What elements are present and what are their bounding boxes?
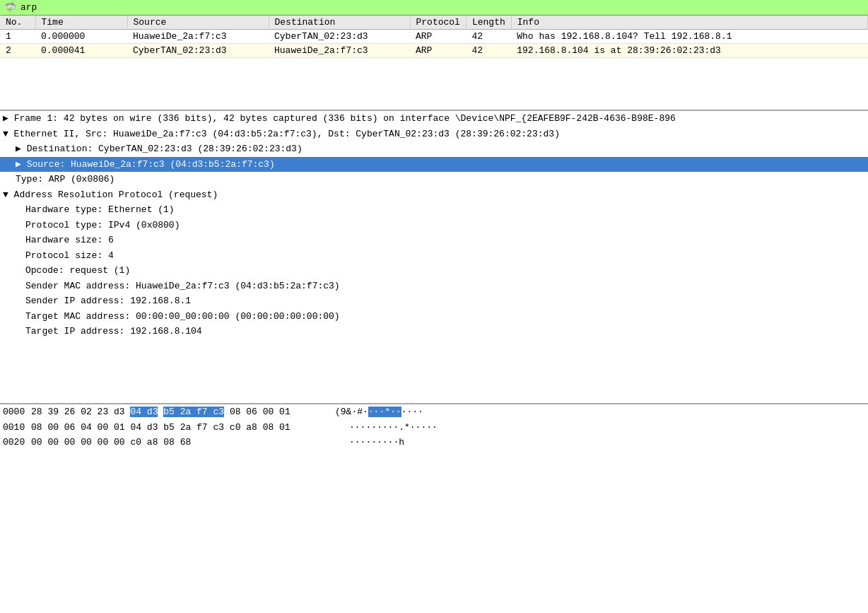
detail-line[interactable]: Target MAC address: 00:00:00_00:00:00 (0… bbox=[0, 309, 868, 325]
bytes-offset-2: 0020 bbox=[3, 436, 31, 450]
title-bar: 🦈 arp bbox=[0, 0, 868, 16]
packet-list-pane: No. Time Source Destination Protocol Len… bbox=[0, 16, 868, 111]
detail-line[interactable]: Target IP address: 192.168.8.104 bbox=[0, 324, 868, 339]
bytes-hex-0: 28 39 26 02 23 d3 04 d3 b5 2a f7 c3 08 0… bbox=[31, 405, 335, 419]
title-text: arp bbox=[20, 2, 37, 13]
packet-detail-pane: ▶ Frame 1: 42 bytes on wire (336 bits), … bbox=[0, 111, 868, 404]
cell-time: 0.000000 bbox=[35, 30, 127, 44]
cell-length: 42 bbox=[466, 44, 511, 58]
col-time: Time bbox=[35, 16, 127, 30]
bytes-offset-1: 0010 bbox=[3, 421, 31, 435]
detail-line[interactable]: Hardware type: Ethernet (1) bbox=[0, 202, 868, 218]
cell-info: Who has 192.168.8.104? Tell 192.168.8.1 bbox=[511, 30, 867, 44]
col-source: Source bbox=[127, 16, 269, 30]
bytes-row-0: 0000 28 39 26 02 23 d3 04 d3 b5 2a f7 c3… bbox=[0, 404, 868, 420]
cell-protocol: ARP bbox=[410, 44, 466, 58]
bytes-ascii-2: ·········h bbox=[335, 436, 865, 450]
col-destination: Destination bbox=[269, 16, 410, 30]
bytes-ascii-1: ·········.*····· bbox=[335, 421, 865, 435]
bytes-row-2: 0020 00 00 00 00 00 00 c0 a8 08 68 ·····… bbox=[0, 435, 868, 450]
detail-line[interactable]: Protocol type: IPv4 (0x0800) bbox=[0, 218, 868, 233]
table-header-row: No. Time Source Destination Protocol Len… bbox=[0, 16, 868, 30]
detail-line[interactable]: Hardware size: 6 bbox=[0, 233, 868, 248]
bytes-ascii-0: (9&·#····*······ bbox=[335, 405, 865, 419]
detail-line[interactable]: Sender MAC address: HuaweiDe_2a:f7:c3 (0… bbox=[0, 279, 868, 294]
detail-line[interactable]: ▶ Frame 1: 42 bytes on wire (336 bits), … bbox=[0, 111, 868, 127]
cell-time: 0.000041 bbox=[35, 44, 127, 58]
detail-line[interactable]: ▶ Source: HuaweiDe_2a:f7:c3 (04:d3:b5:2a… bbox=[0, 157, 868, 173]
table-row[interactable]: 1 0.000000 HuaweiDe_2a:f7:c3 CyberTAN_02… bbox=[0, 30, 868, 44]
col-no: No. bbox=[0, 16, 35, 30]
detail-line[interactable]: ▶ Destination: CyberTAN_02:23:d3 (28:39:… bbox=[0, 141, 868, 157]
detail-line[interactable]: Sender IP address: 192.168.8.1 bbox=[0, 293, 868, 309]
cell-source: CyberTAN_02:23:d3 bbox=[127, 44, 269, 58]
bytes-hex-2: 00 00 00 00 00 00 c0 a8 08 68 bbox=[31, 436, 335, 450]
bytes-hex-1: 08 00 06 04 00 01 04 d3 b5 2a f7 c3 c0 a… bbox=[31, 421, 335, 435]
col-length: Length bbox=[466, 16, 511, 30]
bytes-row-1: 0010 08 00 06 04 00 01 04 d3 b5 2a f7 c3… bbox=[0, 420, 868, 436]
detail-line[interactable]: Type: ARP (0x0806) bbox=[0, 172, 868, 187]
table-row[interactable]: 2 0.000041 CyberTAN_02:23:d3 HuaweiDe_2a… bbox=[0, 44, 868, 58]
packet-bytes-pane: 0000 28 39 26 02 23 d3 04 d3 b5 2a f7 c3… bbox=[0, 404, 868, 613]
cell-source: HuaweiDe_2a:f7:c3 bbox=[127, 30, 269, 44]
bytes-offset-0: 0000 bbox=[3, 405, 31, 419]
col-protocol: Protocol bbox=[410, 16, 466, 30]
cell-destination: HuaweiDe_2a:f7:c3 bbox=[269, 44, 410, 58]
cell-no: 2 bbox=[0, 44, 35, 58]
cell-protocol: ARP bbox=[410, 30, 466, 44]
detail-line[interactable]: ▼ Address Resolution Protocol (request) bbox=[0, 187, 868, 203]
shark-icon: 🦈 bbox=[4, 1, 16, 13]
cell-info: 192.168.8.104 is at 28:39:26:02:23:d3 bbox=[511, 44, 867, 58]
packet-table: No. Time Source Destination Protocol Len… bbox=[0, 16, 868, 58]
cell-length: 42 bbox=[466, 30, 511, 44]
detail-line[interactable]: Protocol size: 4 bbox=[0, 248, 868, 264]
detail-line[interactable]: ▼ Ethernet II, Src: HuaweiDe_2a:f7:c3 (0… bbox=[0, 127, 868, 142]
detail-line[interactable]: Opcode: request (1) bbox=[0, 263, 868, 279]
cell-destination: CyberTAN_02:23:d3 bbox=[269, 30, 410, 44]
cell-no: 1 bbox=[0, 30, 35, 44]
col-info: Info bbox=[511, 16, 867, 30]
